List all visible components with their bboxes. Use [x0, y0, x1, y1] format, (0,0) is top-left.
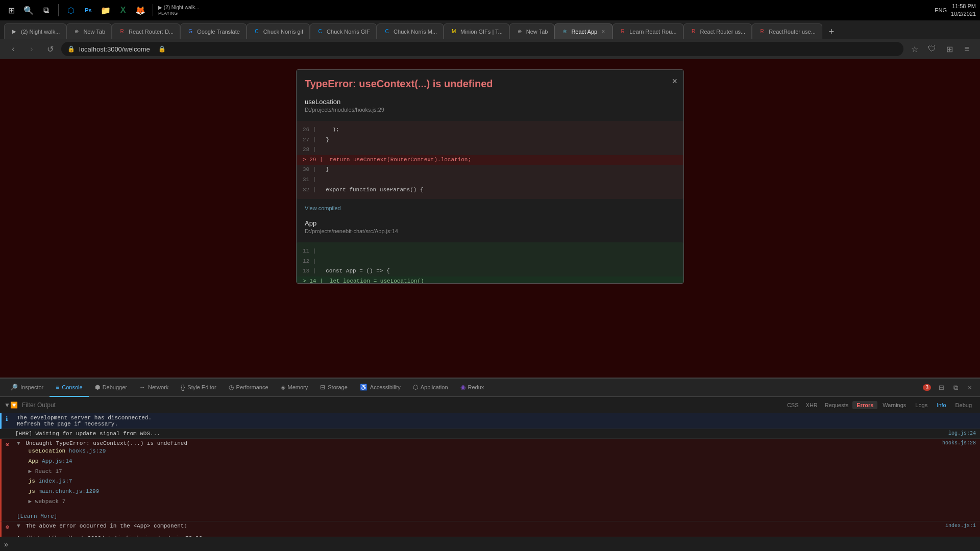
stack-link-app[interactable]: App.js:14 [42, 458, 72, 464]
error-close-button[interactable]: × [672, 76, 677, 87]
taskbar-separator [58, 4, 59, 16]
address-bar[interactable]: 🔒 localhost:3000/welcome 🔒 [61, 42, 903, 56]
excel-icon[interactable]: X [116, 3, 130, 17]
forward-button[interactable]: › [24, 42, 39, 56]
stack-link-main-chunk[interactable]: main.chunk.js:1299 [38, 488, 99, 494]
error-file-1: D:/projects/modules/hooks.js:29 [305, 107, 675, 113]
bookmark-icon[interactable]: ☆ [908, 42, 922, 56]
stack-link-index[interactable]: index.js:7 [38, 478, 72, 484]
warnings-filter-button[interactable]: Warnings [878, 401, 910, 409]
tab-chuck-gif2[interactable]: C Chuck Norris GIF [310, 23, 377, 39]
console-output: ℹ The development server has disconnecte… [0, 413, 980, 537]
tab-favicon-new-1: ⊕ [73, 28, 80, 35]
task-view-icon[interactable]: ⧉ [39, 3, 53, 17]
dt-tab-inspector[interactable]: 🔎 Inspector [4, 379, 50, 397]
dt-tab-performance[interactable]: ◷ Performance [223, 379, 275, 397]
photoshop-icon[interactable]: Ps [81, 3, 95, 17]
new-tab-button[interactable]: + [824, 24, 839, 39]
devtools-tab-bar: 🔎 Inspector ≡ Console ⬢ Debugger ↔ Netwo… [0, 379, 980, 397]
shield-icon[interactable]: 🛡 [925, 42, 939, 56]
address-bar-lock2: 🔒 [158, 45, 166, 53]
console-icon: ≡ [56, 384, 59, 391]
tab-react-app[interactable]: ⚛ React App × [554, 23, 612, 39]
code-line: 12 | [297, 257, 683, 267]
filter-css-label: CSS [784, 401, 802, 409]
tab-new-tab-1[interactable]: ⊕ New Tab [66, 23, 112, 39]
tab-close-react-app[interactable]: × [600, 27, 606, 36]
info-filter-button[interactable]: Info [933, 401, 950, 409]
stack-line-react: ▶ React 17 [17, 467, 942, 477]
taskbar-right: ENG 11:58 PM 10/2/2021 [935, 3, 976, 18]
row-content-disconnect: The development server has disconnected.… [17, 415, 976, 427]
accessibility-icon: ♿ [360, 384, 368, 391]
dt-tab-label-console: Console [62, 384, 82, 390]
dt-tab-debugger[interactable]: ⬢ Debugger [89, 379, 133, 397]
style-editor-icon: {} [181, 384, 185, 391]
dt-tab-storage[interactable]: ⊟ Storage [314, 379, 354, 397]
errors-filter-button[interactable]: Errors [852, 401, 877, 409]
console-input[interactable] [12, 541, 976, 548]
tab-new-tab-2[interactable]: ⊕ New Tab [509, 23, 555, 39]
dt-tab-label-accessibility: Accessibility [370, 384, 401, 390]
view-compiled-1[interactable]: View compiled [297, 203, 683, 215]
row-source-error-1[interactable]: hooks.js:28 [942, 440, 976, 446]
devtools-close-icon[interactable]: × [964, 382, 976, 394]
tab-rr-use[interactable]: R React Router us... [683, 23, 752, 39]
tab-learn-react[interactable]: R Learn React Rou... [612, 23, 683, 39]
tab-react-router[interactable]: R React Router: D... [112, 23, 180, 39]
tab-label-new-1: New Tab [83, 29, 105, 35]
tab-bar: ▶ (2) Night walk... ⊕ New Tab R React Ro… [0, 20, 980, 39]
dt-tab-console[interactable]: ≡ Console [50, 379, 88, 397]
back-button[interactable]: ‹ [6, 42, 20, 56]
devtools-panel: 🔎 Inspector ≡ Console ⬢ Debugger ↔ Netwo… [0, 378, 980, 551]
tab-reactrouter-use[interactable]: R ReactRouter use... [752, 23, 822, 39]
code-line: 31 | [297, 175, 683, 185]
tab-night-walks[interactable]: ▶ (2) Night walk... [4, 23, 66, 39]
dt-tab-accessibility[interactable]: ♿ Accessibility [354, 379, 407, 397]
code-line: 26 | ); [297, 125, 683, 135]
dt-tab-label-application: Application [421, 384, 448, 390]
expand-arrow-1[interactable]: ▼ [17, 440, 20, 446]
tab-label-rr: React Router: D... [129, 29, 174, 35]
dt-tab-application[interactable]: ⬡ Application [407, 379, 454, 397]
devtools-undock-icon[interactable]: ⧉ [949, 382, 962, 394]
windows-icon[interactable]: ⊞ [4, 3, 18, 17]
row-source-hmr[interactable]: log.js:24 [948, 431, 976, 436]
expand-arrow-2[interactable]: ▼ [17, 523, 20, 529]
extensions-icon[interactable]: ⊞ [942, 42, 957, 56]
tab-chuck-gif[interactable]: C Chuck Norris gif [247, 23, 310, 39]
dt-tab-style-editor[interactable]: {} Style Editor [175, 379, 222, 397]
error-section-2: App D:/projects/nenebit-chat/src/App.js:… [297, 215, 683, 238]
stack-link-hooks[interactable]: hooks.js:29 [69, 448, 106, 454]
dt-tab-memory[interactable]: ◈ Memory [275, 379, 314, 397]
code-line-highlighted-2: > 14 | let location = useLocation() [297, 277, 683, 284]
dt-tab-redux[interactable]: ◉ Redux [454, 379, 491, 397]
console-filter-input[interactable] [22, 402, 99, 409]
tab-favicon-cg2: C [316, 28, 324, 35]
explorer-icon[interactable]: 📁 [99, 3, 113, 17]
tab-label-reactrouter: ReactRouter use... [769, 29, 816, 35]
tab-favicon-reactrouter: R [758, 28, 766, 35]
tab-minion[interactable]: M Minion GIFs | T... [444, 23, 509, 39]
code-line-highlighted: > 29 | return useContext(RouterContext).… [297, 155, 683, 165]
tab-chuck-m[interactable]: C Chuck Norris M... [377, 23, 444, 39]
firefox-icon[interactable]: 🦊 [133, 3, 148, 17]
tab-google-translate[interactable]: G Google Translate [180, 23, 247, 39]
refresh-button[interactable]: ↺ [43, 42, 57, 56]
error-title: TypeError: useContext(...) is undefined [297, 70, 683, 94]
learn-more-link-1[interactable]: [Learn More] [17, 513, 57, 519]
search-taskbar-icon[interactable]: 🔍 [21, 3, 36, 17]
row-source-error-2[interactable]: index.js:1 [945, 523, 976, 529]
dt-tab-label-performance: Performance [236, 384, 268, 390]
vscode-icon[interactable]: ⬡ [64, 3, 78, 17]
memory-icon: ◈ [281, 384, 285, 391]
devtools-dock-icon[interactable]: ⊟ [935, 382, 947, 394]
logs-filter-button[interactable]: Logs [911, 401, 932, 409]
page-content: TypeError: useContext(...) is undefined … [0, 59, 980, 378]
filter-requests-label: Requests [822, 401, 851, 409]
dt-tab-network[interactable]: ↔ Network [133, 379, 175, 397]
debug-filter-button[interactable]: Debug [951, 401, 976, 409]
application-icon: ⬡ [413, 384, 418, 391]
menu-icon[interactable]: ≡ [960, 42, 974, 56]
tab-label-rru: React Router us... [700, 29, 746, 35]
